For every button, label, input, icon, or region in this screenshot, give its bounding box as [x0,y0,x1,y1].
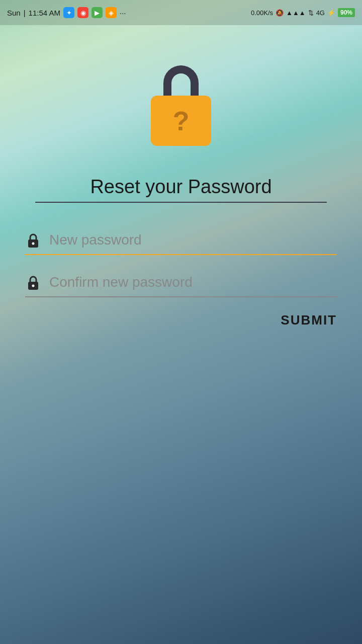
submit-button[interactable]: SUBMIT [281,307,337,333]
battery-indicator: 90% [338,8,355,17]
submit-row: SUBMIT [25,307,337,333]
lock-question-mark: ? [173,105,190,136]
charging-icon: ⚡ [327,9,335,17]
svg-point-3 [32,285,35,287]
title-divider [35,202,327,203]
confirm-password-field-row [25,270,337,297]
app2-status-icon: ▶ [92,7,103,18]
status-right: 0.00K/s 🔕 ▲▲▲ ⇅ 4G ⚡ 90% [251,8,355,17]
time-label: 11:54 AM [29,9,60,17]
form-container [25,228,337,297]
new-password-input[interactable] [49,228,337,252]
bluetooth-status-icon: ✦ [63,7,74,18]
new-password-field-row [25,228,337,255]
network-type-icon: ⇅ [308,9,314,17]
confirm-password-input[interactable] [49,270,337,294]
separator: | [24,9,26,17]
mute-icon: 🔕 [276,9,284,17]
day-label: Sun [7,9,21,17]
signal-bars-icon: ▲▲▲ [286,9,306,17]
status-left: Sun | 11:54 AM ✦ ◉ ▶ ◈ ··· [7,7,126,18]
main-content: ? Reset your Password SUBMIT [0,25,362,644]
lock-illustration: ? [146,65,216,146]
more-apps-icon: ··· [120,9,126,17]
lock-body: ? [151,96,211,146]
confirm-password-lock-icon [25,274,41,290]
status-bar: Sun | 11:54 AM ✦ ◉ ▶ ◈ ··· 0.00K/s 🔕 ▲▲▲… [0,0,362,25]
app3-status-icon: ◈ [106,7,117,18]
app1-status-icon: ◉ [77,7,88,18]
new-password-lock-icon [25,232,41,248]
network-speed: 0.00K/s [251,9,273,17]
svg-point-1 [32,243,35,245]
page-title: Reset your Password [90,176,272,198]
network-label: 4G [316,9,325,17]
